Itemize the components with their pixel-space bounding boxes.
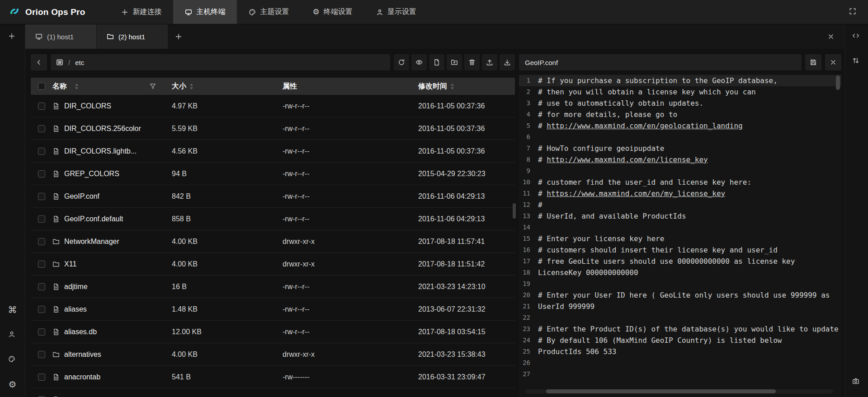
table-row[interactable]: GeoIP.conf.default858 B-rw-r--r--2016-11… — [31, 208, 515, 230]
command-button[interactable]: ⌘ — [5, 302, 20, 318]
line-number: 12 — [519, 199, 538, 210]
eye-icon — [415, 59, 423, 66]
table-row[interactable]: aliases1.48 KB-rw-r--r--2013-06-07 22:31… — [31, 298, 515, 321]
sort-mtime-control[interactable] — [450, 83, 454, 90]
select-all-checkbox[interactable] — [38, 83, 45, 90]
table-row[interactable]: alternatives4.00 KBdrwxr-xr-x2021-03-23 … — [31, 343, 515, 366]
line-number: 17 — [519, 256, 538, 267]
fullscreen-button[interactable] — [845, 5, 861, 20]
file-name: DIR_COLORS — [64, 102, 111, 110]
plus-icon — [175, 33, 182, 40]
file-toolbar — [394, 54, 515, 70]
menu-item-label: 新建连接 — [132, 7, 161, 17]
users-button[interactable] — [5, 327, 20, 342]
row-checkbox[interactable] — [38, 148, 45, 155]
row-checkbox[interactable] — [38, 283, 45, 290]
menu-item-host-terminal[interactable]: 主机终端 — [173, 0, 237, 24]
table-row[interactable]: X114.00 KBdrwxr-xr-x2017-08-18 11:51:42 — [31, 253, 515, 276]
row-checkbox[interactable] — [38, 261, 45, 268]
top-navbar: Orion Ops Pro 新建连接 主机终端 主题设置 ⚙ 终端设置 显示设置 — [0, 0, 868, 24]
row-checkbox[interactable] — [38, 193, 45, 200]
row-checkbox[interactable] — [38, 328, 45, 336]
code-line: 17# free GeoLite users should use 000000… — [519, 256, 841, 267]
url-link[interactable]: http://www.maxmind.com/en/license_key — [547, 155, 708, 164]
settings-button[interactable]: ⚙ — [5, 377, 20, 392]
theme-button[interactable] — [5, 352, 20, 367]
table-row[interactable]: aliases.db12.00 KB-rw-r--r--2017-08-18 0… — [31, 321, 515, 343]
code-line: 13# UserId, and available ProductIds — [519, 210, 841, 222]
table-row[interactable]: NetworkManager4.00 KBdrwxr-xr-x2017-08-1… — [31, 230, 515, 253]
new-folder-button[interactable] — [447, 54, 462, 70]
sort-size-control[interactable] — [189, 83, 193, 90]
line-number: 8 — [519, 154, 538, 165]
table-row[interactable]: anacrontab541 B-rw-------2016-03-31 23:0… — [31, 366, 515, 388]
file-manager-panel: / etc — [31, 54, 515, 397]
column-attrs-label: 属性 — [283, 82, 297, 91]
line-number: 2 — [519, 86, 538, 98]
file-name: X11 — [64, 260, 76, 268]
row-checkbox[interactable] — [38, 374, 45, 381]
screenshot-button[interactable] — [849, 374, 864, 389]
breadcrumb-current[interactable]: etc — [75, 59, 84, 66]
table-row[interactable]: GREP_COLORS94 B-rw-r--r--2015-04-29 22:3… — [31, 163, 515, 185]
file-table: 名称 大小 属性 修改时间 — [31, 78, 515, 397]
file-name: aliases — [64, 305, 87, 313]
upload-button[interactable] — [482, 54, 497, 70]
save-button[interactable] — [805, 54, 821, 70]
folder-icon — [52, 261, 60, 268]
table-row[interactable]: DIR_COLORS.lightb...4.56 KB-rw-r--r--201… — [31, 140, 515, 163]
close-panel-button[interactable] — [824, 29, 838, 44]
row-checkbox[interactable] — [38, 125, 45, 132]
code-icon — [852, 32, 861, 41]
row-checkbox[interactable] — [38, 170, 45, 177]
table-row[interactable]: GeoIP.conf842 B-rw-r--r--2016-11-06 04:2… — [31, 185, 515, 208]
file-mtime: 2016-11-05 00:37:36 — [418, 147, 515, 155]
table-row[interactable]: DIR_COLORS4.97 KB-rw-r--r--2016-11-05 00… — [31, 95, 515, 117]
file-table-header: 名称 大小 属性 修改时间 — [31, 78, 515, 95]
refresh-button[interactable] — [394, 54, 409, 70]
tab-host1-2[interactable]: (2) host1 — [97, 24, 168, 49]
new-file-button[interactable] — [429, 54, 444, 70]
add-tab-button[interactable] — [168, 24, 189, 49]
menu-item-label: 主题设置 — [260, 7, 289, 17]
code-editor[interactable]: 1# If you purchase a subscription to the… — [519, 74, 841, 397]
file-name: GeoIP.conf.default — [64, 215, 123, 223]
editor-vscrollbar[interactable] — [836, 75, 840, 90]
editor-hscrollbar — [525, 389, 833, 393]
filter-icon[interactable] — [149, 83, 156, 90]
url-link[interactable]: https://www.maxmind.com/en/my_license_ke… — [547, 189, 725, 198]
menu-item-new-connection[interactable]: 新建连接 — [109, 0, 173, 24]
close-editor-button[interactable] — [825, 54, 841, 70]
row-checkbox[interactable] — [38, 238, 45, 245]
tab-label: (1) host1 — [47, 33, 74, 41]
tab-host1-1[interactable]: (1) host1 — [25, 24, 97, 49]
preview-button[interactable] — [411, 54, 427, 70]
menu-item-terminal-settings[interactable]: ⚙ 终端设置 — [301, 0, 364, 24]
table-row[interactable]: DIR_COLORS.256color5.59 KB-rw-r--r--2016… — [31, 117, 515, 140]
breadcrumb[interactable]: / etc — [51, 54, 390, 70]
row-checkbox[interactable] — [38, 306, 45, 313]
table-row[interactable]: adjtime16 B-rw-r--r--2021-03-23 14:23:10 — [31, 276, 515, 298]
menu-item-label: 终端设置 — [324, 7, 353, 17]
file-list-scrollbar[interactable] — [513, 203, 516, 219]
url-link[interactable]: http://www.maxmind.com/en/geolocation_la… — [547, 121, 742, 130]
code-line: 6 — [519, 131, 841, 143]
folder-plus-icon — [451, 59, 458, 66]
delete-button[interactable] — [464, 54, 480, 70]
line-number: 27 — [519, 369, 538, 380]
code-panel-button[interactable] — [849, 28, 864, 44]
close-icon — [830, 59, 837, 66]
sort-order-button[interactable] — [849, 53, 864, 69]
monitor-icon — [35, 33, 42, 40]
menu-item-display-settings[interactable]: 显示设置 — [364, 0, 428, 24]
hscroll-thumb[interactable] — [546, 389, 776, 393]
row-checkbox[interactable] — [38, 103, 45, 110]
add-connection-button[interactable] — [5, 29, 20, 44]
back-button[interactable] — [31, 54, 47, 70]
row-checkbox[interactable] — [38, 215, 45, 223]
download-button[interactable] — [500, 54, 515, 70]
code-line: 20# Enter your User ID here ( GeoLite on… — [519, 290, 841, 301]
sort-name-control[interactable] — [75, 83, 79, 90]
menu-item-theme-settings[interactable]: 主题设置 — [237, 0, 301, 24]
row-checkbox[interactable] — [38, 351, 45, 358]
